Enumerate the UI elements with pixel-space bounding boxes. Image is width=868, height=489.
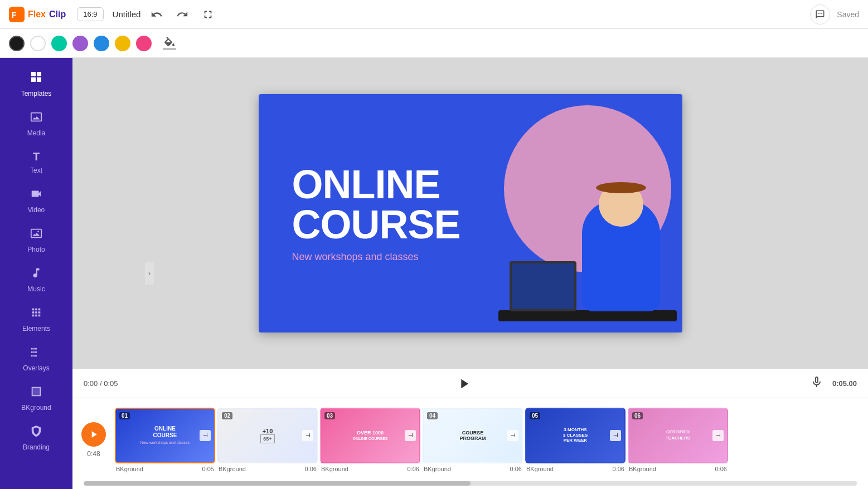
canvas-area: ONLINE COURSE New workshops and classes [72,58,868,398]
clip-number-5: 05 [530,412,540,419]
undo-button[interactable] [147,5,166,24]
color-white[interactable] [30,36,46,51]
overlays-icon [30,346,42,361]
svg-point-2 [37,231,39,232]
text-icon: T [33,150,40,163]
app-logo: F FlexClip [9,7,66,22]
color-purple[interactable] [72,36,88,51]
timeline-scrollbar[interactable] [84,481,857,486]
timeline-play-button[interactable] [81,422,106,447]
clip-thumbnail-5[interactable]: 05 3 MONTHS3 CLASSESPER WEEK ⊣ [525,408,625,463]
color-black[interactable] [9,36,25,51]
playback-bar: 0:00 / 0:05 0:05.00 [72,369,868,398]
elements-icon [30,306,42,321]
main-area: Templates Media T Text Video Photo [0,58,868,489]
play-button[interactable] [452,371,476,396]
color-toolbar [0,29,868,58]
clip-number-1: 01 [119,412,130,419]
clip-number-3: 03 [324,412,335,419]
clip-thumbnail-3[interactable]: 03 OVER 1000ONLINE COURSES ⊣ [320,408,420,463]
clip-type-3: BKground [321,466,348,472]
current-time: 0:00 / 0:05 [84,379,118,388]
character-figure [487,143,677,332]
clip-thumbnail-1[interactable]: 01 ONLINECOURSENew workshops and classes… [115,408,215,463]
bkground-icon [30,385,42,400]
clip-item-5: 05 3 MONTHS3 CLASSESPER WEEK ⊣ BKground … [525,408,625,472]
sidebar-item-templates[interactable]: Templates [0,65,72,103]
svg-text:F: F [12,11,17,19]
clip-thumbnail-4[interactable]: 04 COURSEPROGRAM ⊣ [423,408,523,463]
clip-trim-button-4[interactable]: ⊣ [507,430,518,441]
sidebar-item-bkground[interactable]: BKground [0,380,72,417]
sidebar-item-photo[interactable]: Photo [0,222,72,259]
saved-status: Saved [837,10,859,19]
clip-type-4: BKground [424,466,451,472]
sidebar-item-branding[interactable]: Branding [0,419,72,457]
text-label: Text [30,167,42,174]
canvas-wrapper: ONLINE COURSE New workshops and classes [72,58,868,369]
canvas-subtitle: New workshops and classes [292,251,460,263]
sidebar: Templates Media T Text Video Photo [0,58,72,489]
canvas-preview[interactable]: ONLINE COURSE New workshops and classes [259,94,682,332]
clip-item-1: 01 ONLINECOURSENew workshops and classes… [115,408,215,472]
music-icon [30,267,42,282]
clip-trim-button-2[interactable]: ⊣ [302,430,313,441]
color-pink[interactable] [136,36,152,51]
color-yellow[interactable] [115,36,130,51]
media-icon [30,111,42,126]
clip-type-5: BKground [526,466,554,472]
clip-item-6: 06 CERTIFIEDTEACHERS ⊣ BKground 0:06 [628,408,728,472]
chat-button[interactable] [810,4,830,25]
clip-trim-button-1[interactable]: ⊣ [200,430,211,441]
clip-duration-6: 0:06 [715,466,727,472]
sidebar-item-video[interactable]: Video [0,182,72,219]
redo-button[interactable] [173,5,192,24]
photo-label: Photo [27,246,45,253]
clip-trim-button-6[interactable]: ⊣ [712,430,724,441]
color-blue[interactable] [94,36,109,51]
clip-item-3: 03 OVER 1000ONLINE COURSES ⊣ BKground 0:… [320,408,420,472]
clip-trim-button-3[interactable]: ⊣ [405,430,416,441]
fullscreen-button[interactable] [198,5,217,24]
video-icon [30,188,42,203]
topbar: F FlexClip 16:9 Untitled Saved [0,0,868,29]
clip-item-2: 02 +10 65+ ⊣ BKground 0:06 [217,408,318,472]
clip-trim-button-5[interactable]: ⊣ [610,430,621,441]
media-label: Media [27,129,46,137]
clip-number-6: 06 [632,412,643,419]
clip-duration-4: 0:06 [510,466,522,472]
project-title[interactable]: Untitled [113,9,141,19]
clip-type-6: BKground [629,466,656,472]
clip-thumbnail-6[interactable]: 06 CERTIFIEDTEACHERS ⊣ [628,408,728,463]
canvas-main-title-line1: ONLINE [292,164,460,204]
templates-label: Templates [21,90,52,97]
canvas-main-title-line2: COURSE [292,204,460,245]
clip-type-2: BKground [219,466,246,472]
sidebar-collapse-handle[interactable]: › [145,262,154,285]
timeline: 0:48 01 ONLINECOURSENew workshops and cl… [72,398,868,481]
branding-icon [30,425,42,440]
clip-number-2: 02 [222,412,232,419]
sidebar-item-media[interactable]: Media [0,105,72,143]
sidebar-item-music[interactable]: Music [0,261,72,299]
branding-label: Branding [23,443,50,451]
timeline-duration: 0:48 [87,450,100,458]
canvas-text-block: ONLINE COURSE New workshops and classes [292,164,460,263]
clip-duration-1: 0:05 [202,466,214,472]
video-label: Video [28,206,45,214]
clip-info-5: BKground 0:06 [525,466,625,472]
microphone-button[interactable] [810,375,823,392]
timeline-play-wrapper: 0:48 [81,422,106,458]
paint-bucket-button[interactable] [161,35,178,52]
color-teal[interactable] [51,36,67,51]
photo-icon [30,227,42,242]
aspect-ratio-badge[interactable]: 16:9 [77,7,103,21]
clip-thumbnail-2[interactable]: 02 +10 65+ ⊣ [217,408,318,463]
sidebar-item-elements[interactable]: Elements [0,301,72,338]
sidebar-item-text[interactable]: T Text [0,145,72,180]
sidebar-item-overlays[interactable]: Overlays [0,340,72,378]
clip-number-4: 04 [427,412,438,419]
clip-duration-2: 0:06 [305,466,317,472]
clip-info-1: BKground 0:05 [115,466,215,472]
overlays-label: Overlays [23,364,49,372]
